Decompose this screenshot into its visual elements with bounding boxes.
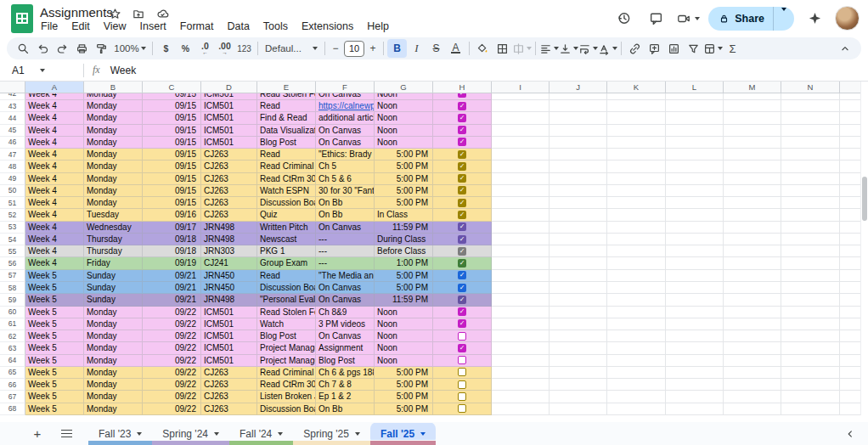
task-checkbox[interactable]: [458, 319, 466, 328]
cell[interactable]: [781, 257, 840, 269]
cell[interactable]: [840, 112, 861, 124]
cell[interactable]: 09/15: [143, 161, 201, 172]
font-family-select[interactable]: Defaul...: [262, 39, 321, 58]
cell[interactable]: [433, 342, 492, 354]
cell[interactable]: Read CtRm 302: [257, 379, 316, 391]
sheets-logo[interactable]: [11, 4, 33, 33]
cell[interactable]: 5:00 PM: [375, 391, 433, 403]
cell[interactable]: ---: [316, 245, 375, 257]
more-formats-button[interactable]: 123: [234, 39, 254, 58]
cell[interactable]: Week 5: [25, 379, 84, 391]
avatar[interactable]: [835, 6, 860, 31]
cell[interactable]: [724, 185, 781, 197]
cell[interactable]: 09/15: [143, 173, 201, 185]
row-header-55[interactable]: 55: [0, 245, 25, 257]
text-wrap-icon[interactable]: [578, 39, 598, 58]
sheet-tab-spring-24[interactable]: Spring '24: [152, 422, 229, 445]
cell[interactable]: [666, 307, 724, 318]
cell[interactable]: JRN303: [201, 245, 257, 257]
row-header-53[interactable]: 53: [0, 222, 25, 234]
cell[interactable]: [607, 149, 666, 161]
cell[interactable]: Sunday: [84, 294, 143, 306]
horizontal-align-icon[interactable]: [539, 39, 559, 58]
cell[interactable]: JRN498: [201, 234, 257, 245]
cell[interactable]: 09/22: [143, 330, 201, 342]
print-icon[interactable]: [72, 39, 92, 58]
cell[interactable]: Sunday: [84, 270, 143, 282]
cell[interactable]: [666, 355, 724, 367]
cell[interactable]: [433, 149, 492, 161]
grid-corner[interactable]: [0, 82, 25, 93]
cell[interactable]: ICM501: [201, 355, 257, 367]
cell[interactable]: 3 PM videos: [316, 318, 375, 330]
cell[interactable]: [550, 367, 607, 379]
cell[interactable]: 09/15: [143, 125, 201, 137]
cell[interactable]: [666, 173, 724, 185]
cell[interactable]: Week 4: [25, 209, 84, 221]
cell[interactable]: [666, 185, 724, 197]
column-header-K[interactable]: K: [607, 82, 666, 93]
cell[interactable]: [433, 379, 492, 391]
cell[interactable]: ICM501: [201, 330, 257, 342]
task-checkbox[interactable]: [458, 174, 466, 183]
cell[interactable]: Monday: [84, 125, 143, 137]
cell[interactable]: [666, 245, 724, 257]
cell[interactable]: [724, 342, 781, 354]
menu-extensions[interactable]: Extensions: [295, 19, 360, 34]
cell[interactable]: Noon: [375, 330, 433, 342]
cell[interactable]: [666, 282, 724, 294]
cell[interactable]: [607, 294, 666, 306]
cell[interactable]: Week 5: [25, 391, 84, 403]
cell[interactable]: [607, 125, 666, 137]
cell[interactable]: Week 4: [25, 93, 84, 100]
cell[interactable]: [781, 209, 840, 221]
cell[interactable]: [550, 222, 607, 234]
task-checkbox[interactable]: [458, 259, 466, 268]
cell[interactable]: CJ263: [201, 197, 257, 209]
cell[interactable]: [550, 355, 607, 367]
task-checkbox[interactable]: [458, 114, 466, 122]
cell[interactable]: [840, 93, 861, 100]
cell[interactable]: Watch ESPN: [257, 185, 316, 197]
menu-edit[interactable]: Edit: [65, 19, 97, 34]
insert-link-icon[interactable]: [625, 39, 645, 58]
cell[interactable]: [724, 330, 781, 342]
cell[interactable]: [492, 209, 550, 221]
cell[interactable]: CJ263: [201, 391, 257, 403]
cell[interactable]: Monday: [84, 403, 143, 415]
cell[interactable]: Monday: [84, 307, 143, 318]
cell[interactable]: ICM501: [201, 93, 257, 100]
cell[interactable]: [433, 209, 492, 221]
row-header-45[interactable]: 45: [0, 125, 25, 137]
cell[interactable]: Discussion Boar: [257, 197, 316, 209]
column-header-G[interactable]: G: [375, 82, 433, 93]
cell[interactable]: [724, 355, 781, 367]
cell[interactable]: [607, 209, 666, 221]
cell[interactable]: [666, 112, 724, 124]
cell[interactable]: Week 4: [25, 245, 84, 257]
sheet-tab-caret-icon[interactable]: [420, 432, 426, 436]
cell[interactable]: [492, 112, 550, 124]
task-checkbox[interactable]: [458, 307, 466, 316]
row-header-49[interactable]: 49: [0, 173, 25, 185]
cell[interactable]: [550, 257, 607, 269]
cell[interactable]: On Bb: [316, 403, 375, 415]
cell[interactable]: [666, 161, 724, 172]
menu-help[interactable]: Help: [360, 19, 396, 34]
cell[interactable]: [840, 342, 861, 354]
cell[interactable]: Noon: [375, 318, 433, 330]
strikethrough-button[interactable]: S: [426, 39, 446, 58]
cell[interactable]: [666, 209, 724, 221]
cell[interactable]: CJ263: [201, 209, 257, 221]
cell[interactable]: Week 5: [25, 367, 84, 379]
cell[interactable]: [724, 149, 781, 161]
cell[interactable]: [781, 403, 840, 415]
cell[interactable]: [492, 367, 550, 379]
cell[interactable]: ICM501: [201, 137, 257, 149]
cell[interactable]: Monday: [84, 161, 143, 172]
cell[interactable]: [550, 294, 607, 306]
cell[interactable]: Newscast: [257, 234, 316, 245]
cell[interactable]: [550, 245, 607, 257]
cell[interactable]: 5:00 PM: [375, 270, 433, 282]
row-header-48[interactable]: 48: [0, 161, 25, 172]
